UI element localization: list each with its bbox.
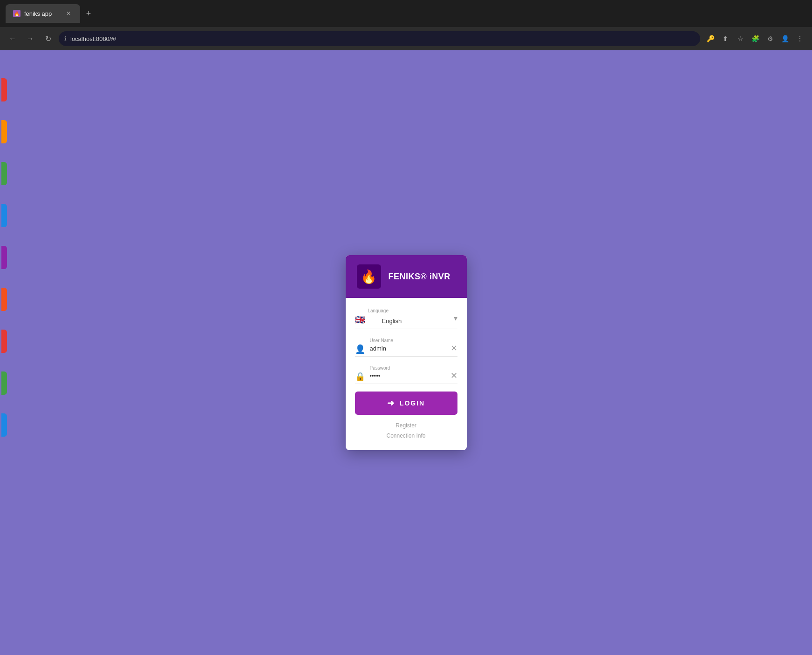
tab-title: feniks app (24, 10, 52, 17)
register-link[interactable]: Register (396, 422, 416, 429)
browser-chrome: 🔥 feniks app ✕ + (0, 0, 812, 27)
password-wrapper: Password (370, 365, 446, 380)
username-wrapper: User Name (370, 338, 446, 353)
password-group: 🔒 Password ✕ (355, 364, 457, 384)
sidebar-dot-2[interactable] (1, 120, 7, 143)
username-label: User Name (370, 338, 446, 343)
card-header: 🔥 FENIKS® iNVR (346, 255, 467, 298)
card-links: Register Connection Info (355, 422, 457, 439)
toolbar-icons: 🔑 ⬆ ☆ 🧩 ⚙ 👤 ⋮ (704, 32, 806, 45)
settings-icon[interactable]: ⚙ (764, 32, 777, 45)
menu-icon[interactable]: ⋮ (793, 32, 806, 45)
username-input[interactable] (370, 344, 446, 353)
forward-button[interactable]: → (23, 32, 37, 46)
left-sidebar (0, 50, 8, 655)
page-content: 🔥 FENIKS® iNVR 🇬🇧 Language English ▾ 👤 U… (0, 50, 812, 655)
password-clear-button[interactable]: ✕ (450, 371, 457, 381)
sidebar-dot-5[interactable] (1, 246, 7, 269)
login-button[interactable]: ➜ LOGIN (355, 392, 457, 415)
address-text: localhost:8080/#/ (70, 35, 116, 42)
user-icon: 👤 (355, 344, 365, 354)
chevron-down-icon: ▾ (454, 314, 457, 323)
logo-flame-icon: 🔥 (361, 269, 377, 284)
back-button[interactable]: ← (6, 32, 20, 46)
address-bar-row: ← → ↻ ℹ localhost:8080/#/ 🔑 ⬆ ☆ 🧩 ⚙ 👤 ⋮ (0, 27, 812, 50)
sidebar-dot-7[interactable] (1, 330, 7, 353)
star-icon[interactable]: ☆ (734, 32, 747, 45)
refresh-button[interactable]: ↻ (41, 32, 55, 46)
security-icon: ℹ (64, 35, 67, 42)
connection-info-link[interactable]: Connection Info (386, 432, 425, 439)
profile-icon[interactable]: 👤 (778, 32, 792, 45)
share-icon[interactable]: ⬆ (719, 32, 732, 45)
language-selector[interactable]: 🇬🇧 Language English ▾ (355, 307, 457, 329)
lock-icon: 🔒 (355, 371, 365, 382)
tab-bar: 🔥 feniks app ✕ + (6, 4, 806, 23)
flag-icon: 🇬🇧 (355, 315, 365, 325)
card-body: 🇬🇧 Language English ▾ 👤 User Name ✕ 🔒 Pa… (346, 298, 467, 450)
username-group: 👤 User Name ✕ (355, 337, 457, 357)
active-tab[interactable]: 🔥 feniks app ✕ (6, 4, 80, 23)
sidebar-dot-8[interactable] (1, 371, 7, 395)
password-input[interactable] (370, 371, 446, 380)
language-label: Language (368, 308, 389, 313)
logo-box: 🔥 (357, 264, 381, 289)
app-title: FENIKS® iNVR (389, 272, 450, 282)
address-bar[interactable]: ℹ localhost:8080/#/ (59, 31, 700, 46)
password-label: Password (370, 365, 446, 371)
tab-favicon: 🔥 (13, 10, 20, 17)
login-label: LOGIN (400, 399, 425, 407)
tab-close-button[interactable]: ✕ (64, 9, 73, 18)
sidebar-dot-1[interactable] (1, 78, 7, 101)
sidebar-dot-3[interactable] (1, 162, 7, 185)
extension-icon[interactable]: 🧩 (749, 32, 762, 45)
login-card: 🔥 FENIKS® iNVR 🇬🇧 Language English ▾ 👤 U… (346, 255, 467, 450)
sidebar-dot-6[interactable] (1, 288, 7, 311)
language-value: English (382, 317, 450, 324)
key-icon[interactable]: 🔑 (704, 32, 717, 45)
sidebar-dot-9[interactable] (1, 413, 7, 437)
username-clear-button[interactable]: ✕ (450, 343, 457, 353)
login-arrow-icon: ➜ (387, 398, 395, 408)
sidebar-dot-4[interactable] (1, 204, 7, 227)
new-tab-button[interactable]: + (82, 7, 95, 20)
